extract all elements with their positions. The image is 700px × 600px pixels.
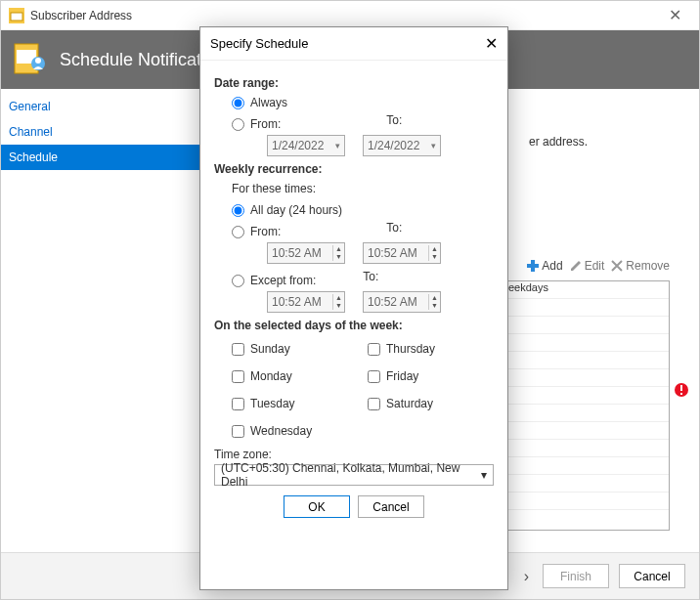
delete-icon xyxy=(610,259,624,273)
sidebar-item-schedule[interactable]: Schedule xyxy=(1,145,205,170)
except-from-label: Except from: xyxy=(250,274,316,287)
spinner-arrows[interactable]: ▲▼ xyxy=(332,245,344,261)
always-label: Always xyxy=(250,96,287,109)
checkbox-input[interactable] xyxy=(232,343,244,356)
pencil-icon xyxy=(569,259,583,273)
friday-checkbox[interactable]: Friday xyxy=(368,369,494,383)
list-item xyxy=(504,369,669,387)
list-item[interactable]: eekdays xyxy=(504,281,669,299)
specify-schedule-dialog: Specify Schedule ✕ Date range: Always Fr… xyxy=(199,26,508,590)
thursday-checkbox[interactable]: Thursday xyxy=(368,342,494,356)
checkbox-input[interactable] xyxy=(232,398,244,410)
ok-button[interactable]: OK xyxy=(284,495,350,518)
close-icon[interactable]: ✕ xyxy=(485,34,498,53)
banner-icon xyxy=(11,40,50,79)
chevron-down-icon: ▾ xyxy=(335,141,340,150)
weekly-heading: Weekly recurrence: xyxy=(214,162,494,176)
spinner-arrows[interactable]: ▲▼ xyxy=(428,294,440,310)
remove-label: Remove xyxy=(626,259,670,273)
from-time-radio[interactable] xyxy=(232,226,244,238)
sunday-checkbox[interactable]: Sunday xyxy=(232,342,358,356)
cancel-button[interactable]: Cancel xyxy=(358,495,424,518)
always-option[interactable]: Always xyxy=(232,96,494,109)
window-title: Subscriber Address xyxy=(30,9,659,22)
timezone-label: Time zone: xyxy=(214,448,494,461)
monday-checkbox[interactable]: Monday xyxy=(232,369,358,383)
all-day-label: All day (24 hours) xyxy=(250,203,342,217)
except-to-value: 10:52 AM xyxy=(368,295,417,309)
svg-point-5 xyxy=(35,58,41,64)
from-date-option[interactable]: From: xyxy=(232,117,281,131)
sidebar-item-channel[interactable]: Channel xyxy=(1,119,205,145)
list-item xyxy=(504,352,669,369)
checkbox-input[interactable] xyxy=(232,425,244,438)
add-button[interactable]: Add xyxy=(526,259,562,273)
next-icon[interactable]: › xyxy=(520,568,533,585)
sunday-label: Sunday xyxy=(250,342,290,356)
to-time-label: To: xyxy=(386,221,402,242)
to-date-value: 1/24/2022 xyxy=(368,139,419,152)
wednesday-label: Wednesday xyxy=(250,424,312,438)
to-date-picker[interactable]: 1/24/2022 ▾ xyxy=(363,135,441,156)
svg-rect-10 xyxy=(680,393,682,395)
except-from-radio[interactable] xyxy=(232,275,244,287)
spinner-arrows[interactable]: ▲▼ xyxy=(428,245,440,261)
timezone-select[interactable]: (UTC+05:30) Chennai, Kolkata, Mumbai, Ne… xyxy=(214,464,494,486)
from-date-picker[interactable]: 1/24/2022 ▾ xyxy=(267,135,345,156)
days-heading: On the selected days of the week: xyxy=(214,319,494,332)
banner-title: Schedule Notificat xyxy=(60,50,201,70)
from-date-radio[interactable] xyxy=(232,118,244,131)
saturday-label: Saturday xyxy=(386,397,433,410)
except-to-label: To: xyxy=(363,270,378,291)
except-from-value: 10:52 AM xyxy=(272,295,322,309)
action-buttons: Add Edit Remove xyxy=(526,259,670,273)
from-time-option[interactable]: From: xyxy=(232,225,281,238)
all-day-option[interactable]: All day (24 hours) xyxy=(232,203,494,217)
except-from-spinner[interactable]: 10:52 AM ▲▼ xyxy=(267,291,345,313)
list-item xyxy=(504,440,669,457)
to-time-value: 10:52 AM xyxy=(368,246,417,260)
cancel-button[interactable]: Cancel xyxy=(619,564,685,588)
checkbox-input[interactable] xyxy=(368,370,380,383)
always-radio[interactable] xyxy=(232,97,244,109)
edit-label: Edit xyxy=(585,259,605,273)
timezone-value: (UTC+05:30) Chennai, Kolkata, Mumbai, Ne… xyxy=(221,461,481,489)
spinner-arrows[interactable]: ▲▼ xyxy=(332,294,344,310)
add-label: Add xyxy=(542,259,562,273)
saturday-checkbox[interactable]: Saturday xyxy=(368,397,494,410)
dialog-title: Specify Schedule xyxy=(210,36,308,51)
close-icon[interactable]: ✕ xyxy=(659,6,691,24)
checkbox-input[interactable] xyxy=(232,370,244,383)
svg-rect-9 xyxy=(680,385,682,391)
from-time-label: From: xyxy=(250,225,281,238)
friday-label: Friday xyxy=(386,369,418,383)
remove-button[interactable]: Remove xyxy=(610,259,670,273)
chevron-down-icon: ▾ xyxy=(431,141,436,150)
checkbox-input[interactable] xyxy=(368,343,380,356)
edit-button[interactable]: Edit xyxy=(569,259,605,273)
from-time-value: 10:52 AM xyxy=(272,246,322,260)
tuesday-checkbox[interactable]: Tuesday xyxy=(232,397,358,410)
finish-button[interactable]: Finish xyxy=(543,564,609,588)
dialog-body: Date range: Always From: To: 1/24/2022 xyxy=(200,61,507,534)
except-from-option[interactable]: Except from: xyxy=(232,274,316,287)
svg-rect-1 xyxy=(11,13,22,21)
schedule-list[interactable]: eekdays xyxy=(503,280,670,531)
list-item xyxy=(504,493,669,510)
thursday-label: Thursday xyxy=(386,342,435,356)
to-time-spinner[interactable]: 10:52 AM ▲▼ xyxy=(363,242,441,264)
dialog-footer: OK Cancel xyxy=(214,486,494,524)
sidebar-item-general[interactable]: General xyxy=(1,94,205,119)
weekly-subheading: For these times: xyxy=(232,182,494,195)
from-time-spinner[interactable]: 10:52 AM ▲▼ xyxy=(267,242,345,264)
list-item xyxy=(504,405,669,422)
all-day-radio[interactable] xyxy=(232,204,244,217)
checkbox-input[interactable] xyxy=(368,398,380,410)
list-item xyxy=(504,457,669,475)
wednesday-checkbox[interactable]: Wednesday xyxy=(232,424,358,438)
except-to-spinner[interactable]: 10:52 AM ▲▼ xyxy=(363,291,441,313)
date-range-heading: Date range: xyxy=(214,76,494,90)
error-icon xyxy=(674,382,689,398)
list-item xyxy=(504,387,669,405)
dialog-title-bar: Specify Schedule ✕ xyxy=(200,27,507,61)
